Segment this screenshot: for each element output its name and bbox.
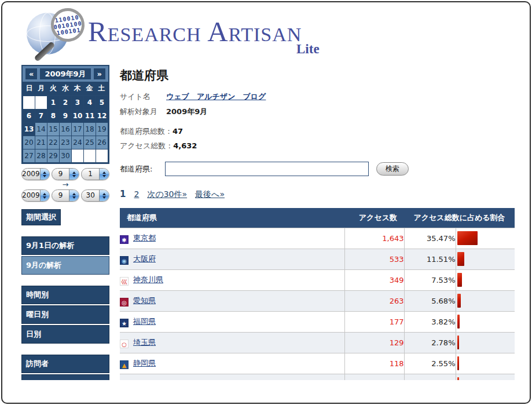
calendar-day-29: 29 bbox=[47, 149, 59, 162]
prefecture-search-input[interactable] bbox=[165, 162, 369, 176]
share-bar bbox=[457, 231, 478, 245]
calendar-day-17: 17 bbox=[72, 123, 83, 136]
prefecture-link[interactable]: 神奈川県 bbox=[133, 275, 163, 284]
share-percent-cell: 3.82% bbox=[404, 311, 456, 332]
pagination-page-link[interactable]: 2 bbox=[134, 189, 139, 199]
shizuoka-emblem-icon: ▲ bbox=[120, 360, 129, 369]
sidebar-item[interactable]: 時間別 bbox=[21, 286, 109, 304]
totals: 都道府県総数：47 アクセス総数：4,632 bbox=[120, 126, 515, 151]
analysis-month-label: 解析対象月 bbox=[120, 107, 166, 117]
calendar-empty-cell bbox=[35, 96, 47, 109]
start-day-select[interactable]: 1 bbox=[81, 168, 109, 180]
table-row: ▲静岡県1182.55% bbox=[120, 353, 515, 374]
share-bar bbox=[457, 315, 460, 329]
sidebar-item[interactable]: 9月1日の解析 bbox=[21, 236, 109, 255]
prefecture-cell: ◉大阪府 bbox=[120, 249, 344, 269]
access-count-cell: 177 bbox=[344, 311, 404, 332]
calendar-day-8[interactable]: 8 bbox=[47, 110, 59, 122]
end-year-select[interactable]: 2009 bbox=[21, 189, 50, 202]
calendar-day-24: 24 bbox=[72, 136, 83, 149]
prefecture-link[interactable]: 静岡県 bbox=[133, 359, 156, 367]
prefecture-link[interactable]: 千葉県 bbox=[133, 380, 156, 380]
calendar-prev-button[interactable]: « bbox=[25, 68, 37, 79]
calendar-day-19: 19 bbox=[96, 123, 108, 136]
calendar-day-4[interactable]: 4 bbox=[84, 96, 96, 109]
search-label: 都道府県: bbox=[120, 164, 165, 174]
calendar-next-button[interactable]: » bbox=[94, 68, 105, 79]
sidebar-item[interactable]: 日別 bbox=[21, 325, 109, 344]
sidebar-item[interactable]: 曜日別 bbox=[21, 305, 109, 324]
pagination-next-link[interactable]: 次の30件» bbox=[147, 189, 187, 200]
start-day-value: 1 bbox=[82, 169, 99, 180]
site-name-link[interactable]: ウェブ アルチザン ブログ bbox=[166, 92, 266, 102]
end-day-select[interactable]: 30 bbox=[81, 189, 109, 202]
sidebar: « 2009年9月 » 日月火水木金土 12345678910111213141… bbox=[21, 65, 109, 380]
search-button[interactable]: 検索 bbox=[376, 162, 409, 176]
calendar-day-14: 14 bbox=[35, 123, 47, 136]
sidebar-item[interactable]: 9月の解析 bbox=[21, 256, 109, 275]
share-bar-cell bbox=[456, 290, 515, 311]
prefecture-link[interactable]: 埼玉県 bbox=[133, 338, 156, 346]
calendar-day-15: 15 bbox=[47, 123, 59, 136]
prefecture-cell: ★福岡県 bbox=[120, 311, 344, 332]
calendar-day-1[interactable]: 1 bbox=[47, 96, 59, 109]
share-percent-cell: 11.51% bbox=[404, 249, 456, 269]
osaka-emblem-icon: ◉ bbox=[120, 256, 129, 265]
end-year-value: 2009 bbox=[22, 190, 40, 201]
share-bar-cell bbox=[456, 228, 515, 249]
prefecture-cell: ◎愛知県 bbox=[120, 290, 344, 311]
stepper-icon[interactable] bbox=[69, 190, 79, 201]
access-total-row: アクセス総数：4,632 bbox=[120, 141, 515, 151]
calendar-day-9[interactable]: 9 bbox=[60, 110, 71, 122]
start-year-select[interactable]: 2009 bbox=[21, 168, 50, 180]
calendar-day-2[interactable]: 2 bbox=[60, 96, 71, 109]
sidebar-item[interactable]: IPアドレス bbox=[21, 374, 109, 380]
site-name-row: サイト名 ウェブ アルチザン ブログ bbox=[120, 92, 515, 102]
prefecture-cell: ○埼玉県 bbox=[120, 332, 344, 353]
calendar-day-7[interactable]: 7 bbox=[35, 110, 47, 122]
col-header-access: アクセス数 bbox=[344, 208, 404, 228]
calendar-day-26: 26 bbox=[96, 136, 108, 149]
calendar-empty-cell bbox=[84, 149, 96, 162]
pagination-last-link[interactable]: 最後へ» bbox=[195, 189, 225, 200]
calendar-day-5[interactable]: 5 bbox=[96, 96, 108, 109]
calendar-day-12[interactable]: 12 bbox=[96, 110, 108, 122]
share-percent-cell: 2.78% bbox=[404, 332, 456, 353]
access-count-cell: 129 bbox=[344, 332, 404, 353]
end-month-select[interactable]: 9 bbox=[52, 189, 80, 202]
calendar-day-13[interactable]: 13 bbox=[23, 123, 35, 136]
access-count-cell: 116 bbox=[344, 374, 404, 380]
calendar-month-label: 2009年9月 bbox=[40, 68, 90, 79]
sidebar-menu-group: 時間別曜日別日別 bbox=[21, 286, 109, 344]
sidebar-item[interactable]: 訪問者 bbox=[21, 355, 109, 373]
calendar-dayname: 日 bbox=[23, 83, 35, 93]
calendar-day-6[interactable]: 6 bbox=[23, 110, 35, 122]
fukuoka-emblem-icon: ★ bbox=[120, 319, 129, 327]
stepper-icon[interactable] bbox=[69, 169, 79, 180]
prefecture-link[interactable]: 福岡県 bbox=[133, 317, 156, 326]
share-bar bbox=[457, 356, 459, 370]
stepper-icon[interactable] bbox=[99, 169, 109, 180]
calendar-dayname: 月 bbox=[35, 83, 47, 93]
range-end-row: 2009 9 30 bbox=[21, 189, 109, 202]
prefecture-cell: ◆千葉県 bbox=[120, 374, 344, 380]
prefecture-link[interactable]: 愛知県 bbox=[133, 296, 156, 305]
prefecture-link[interactable]: 大阪府 bbox=[133, 254, 156, 263]
start-month-select[interactable]: 9 bbox=[52, 168, 80, 180]
stepper-icon[interactable] bbox=[99, 190, 109, 201]
table-header-row: 都道府県 アクセス数 アクセス総数に占める割合 bbox=[120, 208, 515, 228]
stepper-icon[interactable] bbox=[40, 190, 49, 201]
pagination: 1 2 次の30件» 最後へ» bbox=[120, 189, 515, 200]
pref-total-value: 47 bbox=[173, 127, 183, 136]
sidebar-menu: 9月1日の解析9月の解析時間別曜日別日別訪問者IPアドレスリモートホスト bbox=[21, 236, 109, 380]
prefecture-link[interactable]: 東京都 bbox=[133, 233, 156, 242]
calendar-empty-cell bbox=[23, 96, 35, 109]
period-select-button[interactable]: 期間選択 bbox=[21, 209, 61, 225]
table-row: ◎愛知県2635.68% bbox=[120, 290, 515, 311]
calendar-day-11[interactable]: 11 bbox=[84, 110, 96, 122]
prefecture-cell: ▲静岡県 bbox=[120, 353, 344, 374]
calendar-day-10[interactable]: 10 bbox=[72, 110, 83, 122]
calendar-day-3[interactable]: 3 bbox=[72, 96, 83, 109]
calendar-day-20: 20 bbox=[23, 136, 35, 149]
stepper-icon[interactable] bbox=[40, 169, 49, 180]
